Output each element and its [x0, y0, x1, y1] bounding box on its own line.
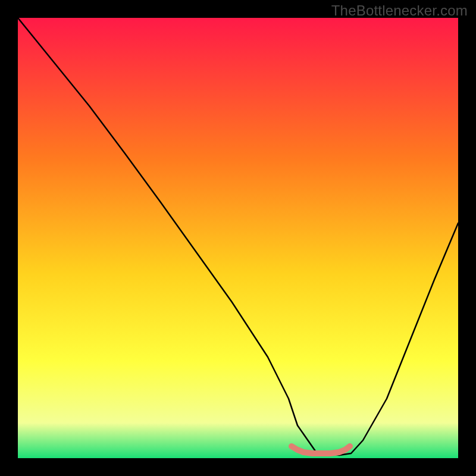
- gradient-background: [18, 18, 458, 458]
- chart-frame: TheBottlenecker.com: [0, 0, 476, 476]
- chart-svg: [18, 18, 458, 458]
- watermark-text: TheBottlenecker.com: [331, 2, 468, 19]
- plot-area: [18, 18, 458, 458]
